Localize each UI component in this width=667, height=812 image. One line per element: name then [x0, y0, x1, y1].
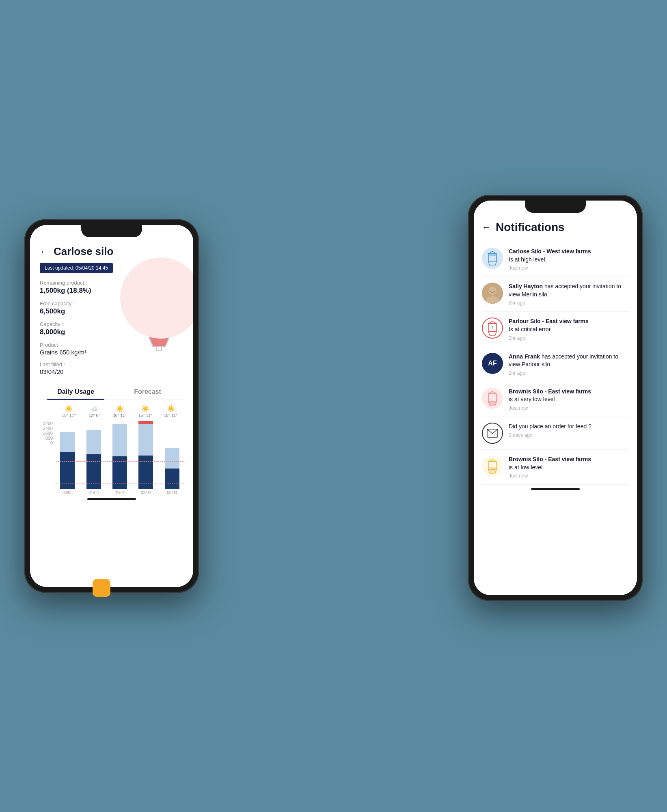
stat-value-filled: 03/04/20 — [40, 368, 135, 375]
svg-marker-25 — [488, 459, 496, 462]
bar-top-4 — [138, 424, 153, 456]
bar-stack-1 — [60, 432, 75, 489]
weather-icon-4: ☀️ — [132, 405, 158, 412]
ref-line-lower — [56, 484, 183, 484]
last-updated-badge: Last updated: 05/04/20 14:45 — [40, 263, 113, 273]
weather-icon-5: ☀️ — [158, 405, 183, 412]
notif-time-4: 2hr ago — [509, 370, 629, 376]
notif-item-3[interactable]: ! Parlour Silo - East view farmsIs at cr… — [482, 312, 629, 347]
weather-item-5: ☀️ 15°-11° — [158, 405, 183, 418]
svg-rect-21 — [488, 394, 496, 402]
bar-top-5 — [165, 448, 179, 469]
notch-right — [525, 201, 586, 213]
notif-content-7: Brownis Silo - East view farmsis at low … — [509, 456, 629, 479]
notif-text-3: Parlour Silo - East view farmsIs at crit… — [509, 317, 629, 333]
weather-item-3: ☀️ 16°-11° — [107, 405, 133, 418]
notif-content-5: Brownis Silo - East view farmsis at very… — [509, 388, 629, 411]
phone-left: ← Carlose silo Last updated: 05/04/20 14… — [24, 219, 199, 593]
tab-forecast[interactable]: Forecast — [112, 384, 183, 400]
notif-text-4: Anna Frank has accepted your invitation … — [509, 353, 629, 369]
weather-temp-4: 15°-11° — [138, 413, 152, 418]
notif-content-3: Parlour Silo - East view farmsIs at crit… — [509, 317, 629, 341]
bar-group-3: 01/04 — [108, 424, 131, 495]
tab-daily-usage[interactable]: Daily Usage — [40, 384, 112, 400]
home-button[interactable] — [93, 579, 110, 597]
weather-item-2: ☁️ 12°-6° — [82, 405, 107, 418]
y-label-1600: 1600 — [40, 431, 53, 436]
bar-date-1: 30/03 — [63, 490, 73, 495]
stat-value-capacity: 8,000kg — [40, 328, 135, 336]
svg-marker-16 — [488, 321, 496, 324]
weather-row: ☀️ 15°-11° ☁️ 12°-6° ☀️ 16°-11° ☀️ 15°-1… — [40, 405, 183, 418]
svg-text:!: ! — [492, 326, 493, 330]
bar-stack-5 — [165, 448, 179, 489]
person-avatar — [482, 283, 503, 304]
stat-capacity: Capacity : 8,000kg — [40, 321, 135, 336]
back-button[interactable]: ← — [40, 246, 49, 257]
notch-left — [81, 225, 142, 237]
notif-content-1: Carlose Silo - West view farmsIs at high… — [509, 248, 629, 271]
bar-top-2 — [86, 430, 101, 454]
stat-label-remaining: Remaining product : — [40, 280, 135, 286]
notif-item-1[interactable]: Carlose Silo - West view farmsIs at high… — [482, 242, 629, 277]
bar-date-5: 03/04 — [167, 490, 177, 495]
notif-avatar-6 — [482, 423, 503, 444]
weather-item-1: ☀️ 15°-11° — [56, 405, 82, 418]
bar-group-5: 03/04 — [161, 448, 183, 495]
notif-time-7: Just now — [509, 473, 629, 479]
silo-header: ← Carlose silo — [40, 245, 183, 258]
weather-temp-5: 15°-11° — [164, 413, 178, 418]
weather-temp-2: 12°-6° — [89, 413, 100, 418]
notif-avatar-7 — [482, 456, 503, 477]
tabs-row: Daily Usage Forecast — [40, 384, 183, 400]
notif-content-4: Anna Frank has accepted your invitation … — [509, 353, 629, 376]
y-axis: 3200 2400 1600 800 0 — [40, 421, 56, 445]
notif-item-5[interactable]: Brownis Silo - East view farmsis at very… — [482, 382, 629, 417]
phone-left-screen: ← Carlose silo Last updated: 05/04/20 14… — [30, 225, 193, 587]
notif-avatar-3: ! — [482, 317, 503, 339]
svg-rect-28 — [489, 467, 496, 470]
chart-area: ☀️ 15°-11° ☁️ 12°-6° ☀️ 16°-11° ☀️ 15°-1… — [40, 400, 183, 495]
mail-icon — [487, 429, 498, 438]
notif-text-1: Carlose Silo - West view farmsIs at high… — [509, 248, 629, 263]
weather-item-4: ☀️ 15°-11° — [132, 405, 158, 418]
silo-icon-red: ! — [487, 320, 498, 336]
svg-marker-11 — [488, 262, 496, 266]
weather-temp-3: 16°-11° — [113, 413, 127, 418]
notif-item-6[interactable]: Did you place an order for feed ? 2 days… — [482, 417, 629, 450]
stat-product: Product Grains 650 kg/m³ — [40, 342, 135, 356]
bars-area: 30/03 31/03 — [56, 421, 183, 495]
stat-label-product: Product — [40, 342, 135, 348]
phone-right: ← Notifications — [468, 195, 643, 601]
notifications-screen: ← Notifications — [474, 201, 637, 595]
notif-time-3: 2hr ago — [509, 335, 629, 341]
notif-item-4[interactable]: AF Anna Frank has accepted your invitati… — [482, 347, 629, 382]
notif-time-6: 2 days ago — [509, 432, 629, 438]
bar-stack-4 — [138, 421, 153, 489]
notif-time-5: Just now — [509, 405, 629, 411]
silo-screen: ← Carlose silo Last updated: 05/04/20 14… — [30, 225, 193, 587]
notif-back-button[interactable]: ← — [482, 222, 491, 233]
bar-top-3 — [112, 424, 127, 456]
bar-date-4: 02/04 — [141, 490, 151, 495]
weather-icon-2: ☁️ — [82, 405, 107, 412]
svg-marker-18 — [488, 332, 496, 336]
notif-time-1: Just now — [509, 265, 629, 271]
svg-marker-9 — [488, 251, 496, 254]
notifications-list: Carlose Silo - West view farmsIs at high… — [482, 242, 629, 485]
notif-content-2: Sally Hayton has accepted your invitatio… — [509, 283, 629, 306]
notif-avatar-initials: AF — [488, 360, 496, 367]
notif-time-2: 2hr ago — [509, 300, 629, 306]
notif-item-2[interactable]: Sally Hayton has accepted your invitatio… — [482, 277, 629, 312]
weather-icon-1: ☀️ — [56, 405, 82, 412]
notifications-title: Notifications — [496, 221, 565, 234]
y-label-3200: 3200 — [40, 421, 53, 426]
page-title: Carlose silo — [54, 245, 113, 258]
home-indicator-left — [87, 498, 136, 500]
notif-text-6: Did you place an order for feed ? — [509, 423, 629, 431]
y-label-800: 800 — [40, 436, 53, 441]
notif-text-5: Brownis Silo - East view farmsis at very… — [509, 388, 629, 404]
bar-top-1 — [60, 432, 75, 452]
y-label-0: 0 — [40, 441, 53, 445]
notif-item-7[interactable]: Brownis Silo - East view farmsis at low … — [482, 450, 629, 485]
